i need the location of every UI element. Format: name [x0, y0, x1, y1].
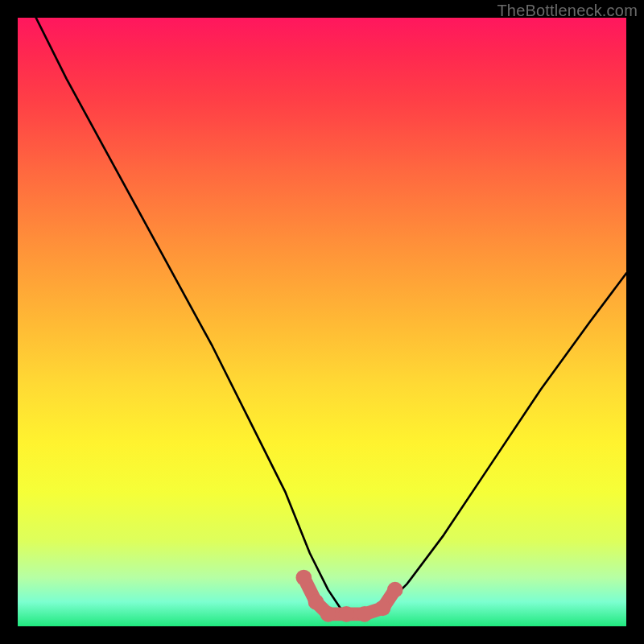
highlight-dot	[375, 600, 391, 616]
highlight-dot	[308, 594, 324, 610]
plot-area	[18, 18, 626, 626]
chart-frame: TheBottleneck.com	[0, 0, 644, 644]
series-bottleneck-curve	[36, 18, 626, 614]
highlight-dot	[295, 570, 312, 586]
highlight-dot	[387, 582, 403, 598]
series-group	[36, 18, 626, 622]
chart-svg	[18, 18, 626, 626]
watermark-text: TheBottleneck.com	[497, 2, 638, 20]
highlight-dot	[357, 606, 373, 622]
highlight-dot	[320, 606, 336, 622]
highlight-dot	[338, 606, 354, 622]
